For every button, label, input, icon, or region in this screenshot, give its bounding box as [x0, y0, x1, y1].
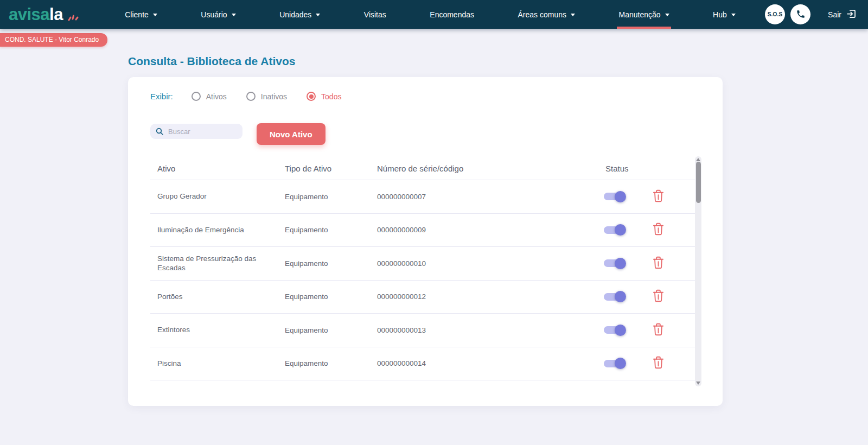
- cell-actions: [647, 289, 697, 304]
- cell-status: [598, 258, 647, 269]
- header-tipo: Tipo de Ativo: [278, 164, 370, 173]
- cell-serial-number: 000000000012: [370, 293, 598, 301]
- nav-menu-item[interactable]: Usuário: [201, 0, 235, 29]
- cell-status: [598, 291, 647, 302]
- radio-circle-icon: [307, 92, 316, 101]
- nav-menu-item[interactable]: Hub: [713, 0, 736, 29]
- nav-menu-item[interactable]: Manutenção: [619, 0, 669, 29]
- table-row: Grupo Gerador Equipamento 000000000007: [150, 180, 697, 214]
- status-toggle[interactable]: [604, 191, 626, 202]
- table-row: Piscina Equipamento 000000000014: [150, 347, 697, 381]
- delete-button[interactable]: [652, 256, 665, 270]
- app-logo[interactable]: avisala: [9, 0, 100, 29]
- filter-radio-option[interactable]: Todos: [307, 92, 341, 101]
- logout-label: Sair: [828, 10, 841, 19]
- filter-radio-option[interactable]: Ativos: [192, 92, 227, 101]
- cell-actions: [647, 189, 697, 205]
- nav-menu-item-label: Unidades: [279, 10, 311, 19]
- cell-asset-name: Piscina: [150, 359, 278, 368]
- nav-menu-item[interactable]: Unidades: [279, 0, 320, 29]
- nav-menu-item-label: Usuário: [201, 10, 227, 19]
- trash-icon: [652, 363, 665, 371]
- table-row: Extintores Equipamento 000000000013: [150, 314, 697, 347]
- cell-asset-type: Equipamento: [278, 359, 370, 367]
- header-status: Status: [598, 164, 647, 173]
- nav-menu-item[interactable]: Encomendas: [430, 0, 474, 29]
- nav-menu-item-label: Visitas: [364, 10, 386, 19]
- cell-serial-number: 000000000010: [370, 259, 598, 268]
- phone-icon: [796, 9, 806, 20]
- toggle-thumb: [615, 325, 626, 336]
- status-toggle[interactable]: [604, 291, 626, 302]
- toggle-thumb: [615, 258, 626, 269]
- cell-actions: [647, 322, 697, 338]
- trash-icon: [652, 196, 665, 205]
- nav-menu: Cliente Usuário Unidades Visitas Encomen…: [100, 0, 761, 29]
- radio-option-label: Inativos: [261, 92, 287, 101]
- filter-radio-option[interactable]: Inativos: [246, 92, 287, 101]
- radio-circle-icon: [246, 92, 256, 101]
- chevron-down-icon: [153, 14, 157, 16]
- trash-icon: [652, 330, 665, 338]
- cell-asset-name: Grupo Gerador: [150, 192, 278, 201]
- page-title: Consulta - Biblioteca de Ativos: [128, 55, 295, 68]
- chevron-down-icon: [232, 14, 236, 16]
- cell-asset-name: Extintores: [150, 325, 278, 335]
- cell-status: [598, 224, 647, 236]
- status-toggle[interactable]: [604, 358, 626, 369]
- cell-actions: [647, 355, 697, 371]
- radio-option-label: Todos: [321, 92, 341, 101]
- table-body: Grupo Gerador Equipamento 000000000007: [150, 180, 697, 380]
- delete-button[interactable]: [652, 289, 665, 303]
- filter-label: Exibir:: [150, 92, 173, 101]
- chevron-down-icon: [665, 14, 669, 16]
- table-row: Iluminação de Emergência Equipamento 000…: [150, 214, 697, 247]
- trash-icon: [652, 263, 665, 271]
- delete-button[interactable]: [652, 222, 665, 236]
- logo-text-avisa: avisa: [9, 5, 49, 24]
- toggle-thumb: [615, 358, 626, 369]
- toggle-thumb: [615, 291, 626, 302]
- nav-menu-item[interactable]: Áreas comuns: [518, 0, 575, 29]
- cell-actions: [647, 222, 697, 238]
- cell-asset-name: Iluminação de Emergência: [150, 225, 278, 235]
- table-scrollbar[interactable]: [695, 156, 701, 386]
- toggle-thumb: [615, 191, 626, 202]
- logo-spark-icon: [67, 2, 79, 31]
- delete-button[interactable]: [652, 322, 665, 336]
- cell-asset-type: Equipamento: [278, 193, 370, 201]
- navbar-right-cluster: S.O.S Sair: [765, 4, 857, 24]
- search-box: [150, 124, 242, 139]
- cell-asset-type: Equipamento: [278, 259, 370, 268]
- table-row: Portões Equipamento 000000000012: [150, 281, 697, 314]
- chevron-down-icon: [571, 14, 575, 16]
- toggle-thumb: [615, 224, 626, 236]
- cell-serial-number: 000000000007: [370, 193, 598, 201]
- cell-asset-name: Sistema de Pressurização das Escadas: [150, 254, 278, 273]
- top-navbar: avisala Cliente Usuário Unidades Visitas…: [0, 0, 868, 29]
- phone-button[interactable]: [790, 4, 810, 24]
- delete-button[interactable]: [652, 189, 665, 203]
- nav-menu-item-label: Áreas comuns: [518, 10, 566, 19]
- nav-menu-item[interactable]: Visitas: [364, 0, 386, 29]
- scroll-up-arrow-icon[interactable]: [696, 158, 700, 161]
- scroll-down-arrow-icon[interactable]: [696, 382, 700, 385]
- new-asset-button[interactable]: Novo Ativo: [257, 123, 326, 145]
- nav-menu-item[interactable]: Cliente: [125, 0, 157, 29]
- status-toggle[interactable]: [604, 224, 626, 236]
- assets-table: Ativo Tipo de Ativo Número de série/códi…: [150, 157, 697, 380]
- header-ativo: Ativo: [150, 164, 278, 173]
- trash-icon: [652, 296, 665, 304]
- table-header: Ativo Tipo de Ativo Número de série/códi…: [150, 157, 697, 180]
- delete-button[interactable]: [652, 355, 665, 370]
- status-toggle[interactable]: [604, 325, 626, 336]
- cell-status: [598, 358, 647, 369]
- scrollbar-thumb[interactable]: [696, 162, 701, 203]
- cell-asset-type: Equipamento: [278, 293, 370, 301]
- search-input[interactable]: [168, 128, 264, 136]
- status-toggle[interactable]: [604, 258, 626, 269]
- logout-button[interactable]: Sair: [828, 8, 857, 21]
- sos-button[interactable]: S.O.S: [765, 4, 785, 24]
- cell-asset-type: Equipamento: [278, 226, 370, 234]
- nav-menu-item-label: Cliente: [125, 10, 149, 19]
